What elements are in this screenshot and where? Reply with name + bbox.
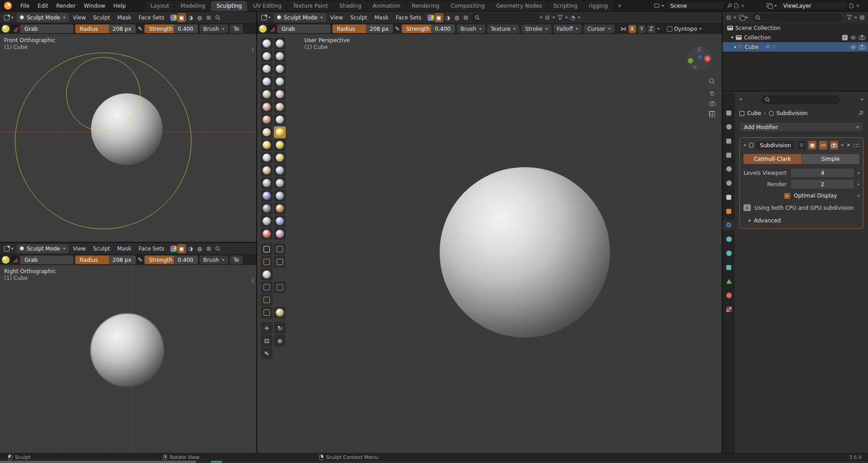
constraints-tab-icon[interactable] <box>723 262 735 272</box>
workspace-tab-uv-editing[interactable]: UV Editing <box>248 1 287 11</box>
render-toggle-icon[interactable] <box>830 141 838 150</box>
menu-help[interactable]: Help <box>109 0 129 11</box>
breadcrumb-object-label[interactable]: Cube <box>747 110 761 116</box>
navigation-gizmo[interactable]: Z X <box>686 46 712 72</box>
tool-pose-icon[interactable] <box>274 152 286 164</box>
shading-solid-icon[interactable]: ▣ <box>435 14 443 22</box>
workspace-tab-geometry-nodes[interactable]: Geometry Nodes <box>491 1 547 11</box>
tool-pinch-icon[interactable] <box>261 126 273 138</box>
sidebar-collapse-icon[interactable]: ❬ <box>251 278 255 283</box>
tool-elastic-deform-icon[interactable] <box>261 139 273 151</box>
tool-scrape-icon[interactable] <box>261 114 273 125</box>
breadcrumb-modifier-label[interactable]: Subdivision <box>777 110 808 116</box>
physics-tab-icon[interactable] <box>723 248 735 258</box>
menu-mask[interactable]: Mask <box>114 246 134 252</box>
scene-browse-icon[interactable] <box>654 4 659 8</box>
editor-type-button[interactable] <box>2 14 16 21</box>
workspace-tab-texture-paint[interactable]: Texture Paint <box>288 1 333 11</box>
sculpt-sphere[interactable] <box>440 167 610 338</box>
new-view-layer-icon[interactable] <box>849 3 854 8</box>
shading-material-icon[interactable]: ◑ <box>187 245 195 253</box>
view-layer-browse-icon[interactable] <box>767 3 772 8</box>
menu-sculpt[interactable]: Sculpt <box>90 246 113 252</box>
material-tab-icon[interactable] <box>723 290 735 300</box>
object-tab-icon[interactable] <box>723 206 735 216</box>
tool-multires-displacement-smear-icon[interactable] <box>274 215 286 227</box>
brush-preview-icon[interactable] <box>2 25 10 33</box>
tool-smear-icon[interactable] <box>274 228 286 240</box>
collapse-panel-icon[interactable] <box>743 145 746 146</box>
menu-view[interactable]: View <box>70 246 89 252</box>
outliner-row-cube-selected[interactable]: ▽ Cube ⚙ ▽ <box>723 42 868 52</box>
gizmo-axis-ball[interactable] <box>693 65 697 69</box>
mode-dropdown[interactable]: Sculpt Mode <box>17 13 69 22</box>
dyntopo-checkbox[interactable] <box>667 26 672 32</box>
texture-panel-button-truncated[interactable]: Te <box>230 256 243 264</box>
modifier-indicator-icon[interactable]: ⚙ <box>765 44 770 50</box>
animate-dot-icon[interactable] <box>858 183 859 185</box>
outliner-search-field[interactable] <box>752 14 842 22</box>
color-attribute-icon[interactable] <box>427 14 434 21</box>
tool-tab-icon[interactable] <box>723 108 735 118</box>
mirror-x-button[interactable]: X <box>628 25 636 33</box>
view-layer-tab-icon[interactable] <box>723 150 735 160</box>
chevron-down-icon[interactable] <box>578 17 580 19</box>
strength-slider[interactable]: Strength0.400 <box>144 24 198 33</box>
tool-box-face-set-icon[interactable] <box>261 256 273 268</box>
pressure-sensitivity-icon[interactable]: ✎ <box>395 25 400 32</box>
mode-dropdown[interactable]: Sculpt Mode <box>274 13 326 22</box>
scene-name-field[interactable]: Scene <box>667 1 724 10</box>
outliner-row-collection[interactable]: Collection ✓ <box>723 33 868 42</box>
workspace-tab-scripting[interactable]: Scripting <box>548 1 583 11</box>
view-layer-name-field[interactable]: ViewLayer <box>779 1 847 10</box>
modifiers-tab-icon[interactable]: ⚙ <box>723 220 735 230</box>
chevron-down-icon[interactable] <box>854 17 857 19</box>
color-attribute-icon[interactable] <box>170 246 177 252</box>
radius-slider[interactable]: Radius208 px <box>75 256 136 264</box>
tool-snake-hook-icon[interactable] <box>274 139 286 151</box>
tool-transform-icon[interactable]: ⊕ <box>274 335 286 347</box>
world-tab-icon[interactable] <box>723 178 735 188</box>
catmull-clark-button[interactable]: Catmull-Clark <box>743 154 801 164</box>
shading-pie-icon[interactable]: ◔ <box>569 14 577 22</box>
menu-edit[interactable]: Edit <box>34 0 52 11</box>
disable-render-camera-icon[interactable] <box>859 35 865 40</box>
brush-panel-button[interactable]: Brush <box>457 24 485 33</box>
extras-chevron-icon[interactable] <box>841 145 844 146</box>
expand-caret-icon[interactable] <box>731 37 734 39</box>
mirror-y-button[interactable]: Y <box>638 25 646 33</box>
menu-face-sets[interactable]: Face Sets <box>135 14 168 21</box>
sidebar-collapse-icon[interactable]: ❬ <box>251 47 255 52</box>
tool-box-hide-icon[interactable] <box>274 243 286 255</box>
zoom-icon[interactable] <box>709 78 715 85</box>
shading-solid-icon[interactable]: ▣ <box>177 245 186 253</box>
active-brush-button[interactable]: Grab <box>20 256 73 264</box>
optimal-display-checkbox[interactable]: ✓ <box>784 193 790 199</box>
tool-smooth-icon[interactable] <box>274 88 286 100</box>
menu-render[interactable]: Render <box>52 0 80 11</box>
radius-slider[interactable]: Radius208 px <box>332 24 393 33</box>
gizmo-y-axis-ball[interactable] <box>688 58 693 63</box>
viewport-canvas[interactable]: Right Orthographic(1) Cube ❬ <box>0 265 256 453</box>
realtime-display-toggle-icon[interactable]: ▭ <box>819 141 827 150</box>
hide-eye-icon[interactable] <box>850 45 857 49</box>
tool-color-filter-icon[interactable] <box>261 294 273 306</box>
menu-view[interactable]: View <box>327 14 346 21</box>
workspace-tab-rendering[interactable]: Rendering <box>406 1 445 11</box>
outliner-row-scene-collection[interactable]: Scene Collection <box>723 23 868 33</box>
drag-handle-icon[interactable] <box>853 143 859 147</box>
tool-multiplane-scrape-icon[interactable] <box>274 114 286 125</box>
workspace-tab-modeling[interactable]: Modeling <box>175 1 211 11</box>
pressure-sensitivity-icon[interactable]: ✎ <box>138 256 143 263</box>
filter-view-layer-icon[interactable] <box>739 15 744 20</box>
tool-flatten-icon[interactable] <box>261 101 273 113</box>
new-collection-icon[interactable]: ⊞ <box>858 14 866 22</box>
mode-dropdown[interactable]: Sculpt Mode <box>17 244 69 253</box>
viewport-canvas[interactable]: Front Orthographic(1) Cube ❬ <box>0 34 256 242</box>
tool-inflate-icon[interactable] <box>261 76 273 87</box>
overlays-icon[interactable]: ◍ <box>196 245 204 253</box>
collection-tab-icon[interactable] <box>723 192 735 202</box>
search-icon[interactable] <box>214 14 222 22</box>
cursor-panel-button[interactable]: Cursor <box>584 24 614 33</box>
editor-type-button[interactable] <box>2 245 16 252</box>
